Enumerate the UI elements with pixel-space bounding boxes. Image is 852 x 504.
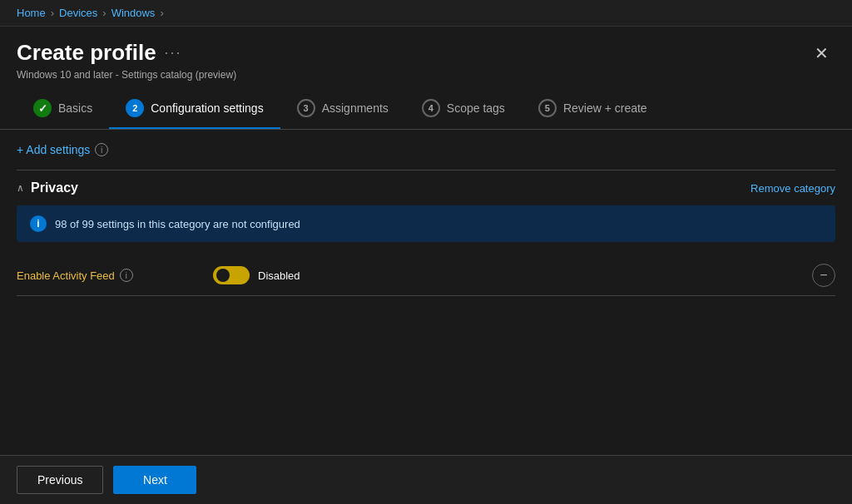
next-button[interactable]: Next bbox=[113, 466, 196, 494]
tab-assignments-circle: 3 bbox=[297, 99, 315, 117]
info-banner: i 98 of 99 settings in this category are… bbox=[17, 205, 835, 242]
subtitle: Windows 10 and later - Settings catalog … bbox=[17, 69, 236, 81]
privacy-chevron-icon: ∧ bbox=[17, 182, 24, 194]
more-options-button[interactable]: ··· bbox=[165, 44, 182, 62]
setting-label-activity-feed: Enable Activity Feed i bbox=[17, 269, 200, 282]
tab-scope-tags[interactable]: 4 Scope tags bbox=[405, 89, 522, 129]
tabs-section: ✓ Basics 2 Configuration settings 3 Assi… bbox=[0, 89, 852, 130]
breadcrumb-home[interactable]: Home bbox=[17, 7, 46, 19]
toggle-label: Disabled bbox=[258, 269, 300, 282]
privacy-category-header: ∧ Privacy Remove category bbox=[17, 170, 835, 205]
breadcrumb: Home › Devices › Windows › bbox=[17, 7, 164, 19]
tab-assignments[interactable]: 3 Assignments bbox=[280, 89, 405, 129]
breadcrumb-devices[interactable]: Devices bbox=[59, 7, 97, 19]
tab-basics[interactable]: ✓ Basics bbox=[17, 89, 109, 129]
tab-configuration-circle: 2 bbox=[126, 99, 144, 117]
privacy-category-title: Privacy bbox=[31, 180, 78, 195]
tab-configuration[interactable]: 2 Configuration settings bbox=[109, 89, 280, 129]
remove-category-button[interactable]: Remove category bbox=[750, 182, 835, 195]
tab-review-label: Review + create bbox=[563, 101, 647, 115]
tab-basics-circle: ✓ bbox=[33, 99, 52, 117]
toggle-thumb bbox=[216, 269, 230, 282]
tab-review-circle: 5 bbox=[538, 99, 557, 117]
activity-feed-toggle[interactable] bbox=[213, 266, 250, 284]
setting-row-activity-feed: Enable Activity Feed i Disabled − bbox=[17, 255, 835, 295]
tab-configuration-label: Configuration settings bbox=[151, 101, 263, 115]
add-settings-text: + Add settings bbox=[17, 143, 90, 156]
add-settings-info-icon: i bbox=[95, 143, 108, 156]
content-area: + Add settings i ∧ Privacy Remove catego… bbox=[0, 130, 852, 309]
category-left: ∧ Privacy bbox=[17, 180, 78, 195]
breadcrumb-sep-3: › bbox=[160, 7, 163, 19]
divider-bottom bbox=[17, 295, 835, 296]
info-banner-icon: i bbox=[30, 215, 47, 232]
breadcrumb-sep-2: › bbox=[102, 7, 106, 19]
bottom-bar: Previous Next bbox=[0, 455, 852, 504]
close-button[interactable]: ✕ bbox=[808, 40, 835, 67]
previous-button[interactable]: Previous bbox=[17, 466, 103, 494]
page-title: Create profile bbox=[17, 40, 156, 66]
breadcrumb-windows[interactable]: Windows bbox=[111, 7, 156, 19]
header-left: Create profile ··· Windows 10 and later … bbox=[17, 40, 236, 81]
tab-assignments-label: Assignments bbox=[322, 101, 389, 115]
toggle-container[interactable]: Disabled bbox=[213, 266, 300, 284]
setting-label-text: Enable Activity Feed bbox=[17, 269, 115, 282]
breadcrumb-sep-1: › bbox=[51, 7, 54, 19]
tab-scope-tags-circle: 4 bbox=[422, 99, 440, 117]
setting-remove-button[interactable]: − bbox=[812, 264, 835, 287]
tab-review[interactable]: 5 Review + create bbox=[522, 89, 664, 129]
setting-info-icon: i bbox=[120, 269, 133, 282]
tab-scope-tags-label: Scope tags bbox=[447, 101, 505, 115]
header-section: Create profile ··· Windows 10 and later … bbox=[0, 27, 852, 89]
top-bar: Home › Devices › Windows › bbox=[0, 0, 852, 27]
add-settings-link[interactable]: + Add settings i bbox=[17, 143, 835, 156]
info-banner-text: 98 of 99 settings in this category are n… bbox=[55, 218, 300, 230]
toggle-track bbox=[213, 266, 250, 284]
tab-basics-label: Basics bbox=[58, 101, 92, 115]
title-row: Create profile ··· bbox=[17, 40, 236, 66]
